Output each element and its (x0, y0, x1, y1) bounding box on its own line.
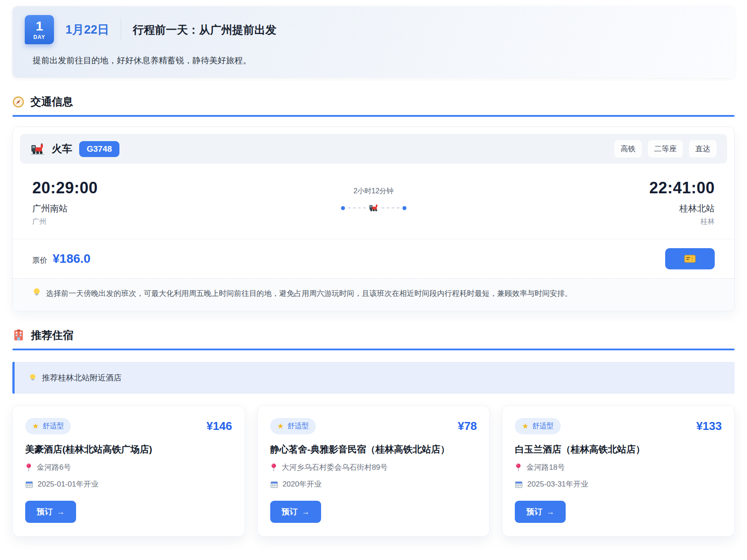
hotel-card: ★ 舒适型 ¥78 静心茗舍-典雅影音民宿（桂林高铁北站店） 大河乡乌石村委 (257, 405, 490, 537)
pin-icon (270, 463, 277, 472)
journey-duration: 2小时12分钟 (353, 187, 394, 196)
transport-section: 交通信息 火车 (12, 95, 735, 311)
hotel-price: ¥78 (458, 419, 477, 433)
departure-city: 广州 (32, 217, 98, 226)
journey-row: 20:29:00 广州南站 广州 2小时12分钟 (13, 164, 734, 239)
transport-section-title: 交通信息 (31, 95, 73, 109)
ticket-icon (684, 255, 696, 263)
vertical-divider (121, 19, 121, 40)
arrival-station: 桂林北站 (649, 203, 715, 215)
book-button-label: 预订 (37, 506, 53, 517)
train-card: 火车 G3748 高铁 二等座 直达 20:29:00 广州南站 广州 2小时1… (12, 127, 735, 311)
star-icon: ★ (277, 422, 284, 430)
hotel-card-top: ★ 舒适型 ¥78 (270, 418, 477, 434)
hotel-opening-row: 2025-03-31年开业 (515, 479, 722, 489)
day-title: 行程前一天：从广州提前出发 (133, 23, 276, 37)
book-button-label: 预订 (526, 506, 542, 517)
transport-mode-label: 火车 (52, 142, 72, 156)
star-icon: ★ (522, 422, 529, 430)
price-label: 票价 (32, 255, 47, 265)
hotel-address-row: 金河路6号 (25, 462, 232, 472)
hotel-grid: ★ 舒适型 ¥146 美豪酒店(桂林北站高铁广场店) 金河路6号 (12, 405, 735, 537)
arrow-right-icon: → (57, 507, 65, 517)
section-underline (12, 115, 735, 117)
itinerary-page: 1 DAY 1月22日 行程前一天：从广州提前出发 提前出发前往目的地，好好休息… (0, 0, 747, 537)
day-number-badge: 1 DAY (25, 15, 54, 44)
departure-info: 20:29:00 广州南站 广州 (32, 179, 98, 226)
compass-icon (12, 96, 24, 108)
arrow-right-icon: → (546, 507, 554, 517)
buy-ticket-button[interactable] (665, 248, 715, 269)
hotels-callout: 推荐桂林北站附近酒店 (12, 362, 735, 394)
train-card-header: 火车 G3748 高铁 二等座 直达 (20, 134, 727, 164)
book-hotel-button[interactable]: 预订 → (270, 501, 321, 523)
price-info: 票价 ¥186.0 (32, 252, 91, 266)
timeline-dash-right (382, 207, 399, 208)
pin-icon (25, 463, 32, 472)
book-hotel-button[interactable]: 预订 → (515, 501, 566, 523)
hotel-grade-label: 舒适型 (532, 422, 554, 431)
day-number: 1 (36, 19, 43, 33)
day-description: 提前出发前往目的地，好好休息养精蓄锐，静待美好旅程。 (33, 55, 722, 66)
journey-timeline: 2小时12分钟 (341, 179, 406, 213)
day-date: 1月22日 (65, 22, 109, 38)
hotel-opening-row: 2020年开业 (270, 479, 477, 489)
hotel-opening: 2025-01-01年开业 (38, 479, 99, 489)
day-label: DAY (33, 34, 45, 40)
hotel-card: ★ 舒适型 ¥146 美豪酒店(桂林北站高铁广场店) 金河路6号 (12, 405, 245, 537)
hotel-name: 美豪酒店(桂林北站高铁广场店) (25, 443, 232, 456)
train-tip-text: 选择前一天傍晚出发的班次，可最大化利用周五晚上时间前往目的地，避免占用周六游玩时… (46, 288, 572, 299)
timeline-end-dot (402, 206, 406, 210)
transport-section-header: 交通信息 (12, 95, 735, 109)
lightbulb-icon (29, 373, 37, 383)
hotels-section-header: 推荐住宿 (12, 328, 735, 342)
timeline-graphic (341, 203, 406, 213)
hotel-price: ¥133 (696, 419, 722, 433)
departure-time: 20:29:00 (32, 179, 98, 197)
hotel-opening-row: 2025-01-01年开业 (25, 479, 232, 489)
hotel-icon (12, 329, 25, 341)
day-header-row: 1 DAY 1月22日 行程前一天：从广州提前出发 (25, 15, 722, 44)
train-icon (369, 203, 379, 213)
book-hotel-button[interactable]: 预订 → (25, 501, 76, 523)
train-tip: 选择前一天傍晚出发的班次，可最大化利用周五晚上时间前往目的地，避免占用周六游玩时… (13, 278, 734, 311)
train-tag-direct: 直达 (689, 140, 716, 157)
timeline-dash-left (348, 207, 366, 208)
pin-icon (515, 463, 522, 472)
section-underline (12, 349, 735, 350)
hotel-address: 大河乡乌石村委会乌石街村89号 (282, 462, 388, 472)
hotel-name: 静心茗舍-典雅影音民宿（桂林高铁北站店） (270, 443, 477, 456)
train-tag-seat: 二等座 (648, 140, 683, 157)
hotel-address: 金河路18号 (526, 462, 565, 472)
train-number-badge: G3748 (79, 141, 119, 157)
hotels-section-title: 推荐住宿 (31, 328, 73, 342)
hotel-address: 金河路6号 (37, 462, 71, 472)
price-value: ¥186.0 (53, 252, 91, 266)
calendar-icon (515, 480, 523, 488)
hotel-grade-badge: ★ 舒适型 (25, 418, 71, 434)
arrival-info: 22:41:00 桂林北站 桂林 (649, 179, 715, 226)
day-header-card: 1 DAY 1月22日 行程前一天：从广州提前出发 提前出发前往目的地，好好休息… (12, 6, 735, 78)
hotel-price: ¥146 (207, 419, 232, 433)
calendar-icon (25, 480, 33, 488)
timeline-start-dot (341, 206, 345, 210)
train-tag-type: 高铁 (614, 140, 642, 157)
arrival-time: 22:41:00 (649, 179, 715, 197)
price-row: 票价 ¥186.0 (13, 239, 734, 278)
hotel-opening: 2025-03-31年开业 (527, 479, 588, 489)
lightbulb-icon (32, 288, 41, 297)
book-button-label: 预订 (282, 506, 298, 517)
hotel-address-row: 金河路18号 (515, 462, 722, 472)
hotels-section: 推荐住宿 推荐桂林北站附近酒店 ★ 舒适型 ¥146 (12, 328, 735, 537)
hotel-address-row: 大河乡乌石村委会乌石街村89号 (270, 462, 477, 472)
train-tags: 高铁 二等座 直达 (614, 140, 716, 157)
hotel-grade-badge: ★ 舒适型 (270, 418, 316, 434)
hotel-opening: 2020年开业 (283, 479, 322, 489)
train-icon (31, 142, 45, 156)
hotel-grade-label: 舒适型 (42, 422, 64, 431)
hotel-grade-badge: ★ 舒适型 (515, 418, 560, 434)
hotel-grade-label: 舒适型 (287, 422, 309, 431)
hotel-card-top: ★ 舒适型 ¥133 (515, 418, 722, 434)
hotels-callout-text: 推荐桂林北站附近酒店 (42, 372, 122, 383)
hotel-name: 白玉兰酒店（桂林高铁北站店） (515, 443, 722, 456)
